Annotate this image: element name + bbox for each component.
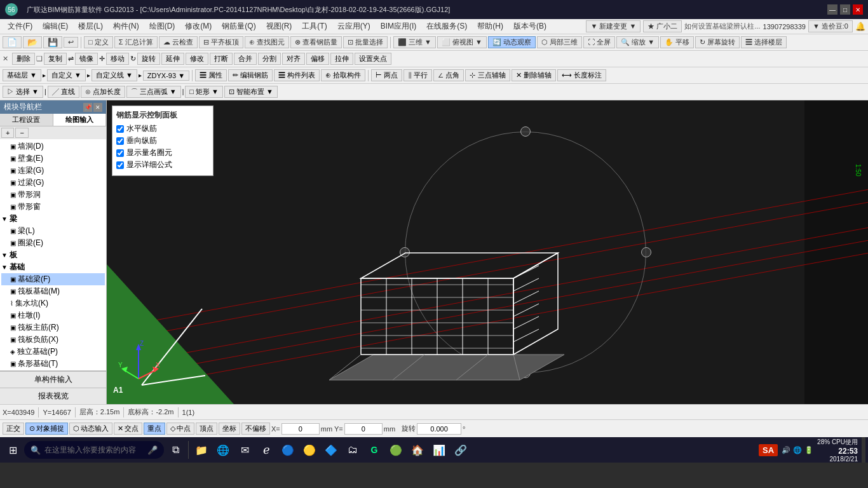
tree-item-独立基础_P_[interactable]: ◈独立基础(P) <box>1 346 105 358</box>
part-list-btn[interactable]: ☰ 构件列表 <box>274 69 320 81</box>
offset-btn[interactable]: 偏移 <box>306 53 329 65</box>
cross-btn[interactable]: ✕ 交点 <box>114 423 142 435</box>
extend-btn[interactable]: 延伸 <box>161 53 184 65</box>
tree-item-墙洞_D_[interactable]: ▣墙洞(D) <box>1 140 105 152</box>
smart-layout-btn[interactable]: ⊡ 智能布置 ▼ <box>224 86 278 98</box>
sidebar-close-btn[interactable]: ✕ <box>93 103 102 112</box>
tree-item-基础[interactable]: ▼基础 <box>1 261 105 273</box>
tab-drawing-input[interactable]: 绘图输入 <box>53 114 107 126</box>
sidebar-pin-btn[interactable]: 📌 <box>83 103 92 112</box>
menu-view[interactable]: 视图(R) <box>261 20 297 33</box>
taskbar-browser2[interactable]: 🟢 <box>386 440 406 460</box>
y-input[interactable] <box>344 423 383 435</box>
taskbar-link[interactable]: 🔗 <box>451 440 471 460</box>
del-axis-btn[interactable]: ✕ 删除辅轴 <box>512 69 556 81</box>
rectangle-btn[interactable]: □ 矩形 ▼ <box>185 86 223 98</box>
length-mark-btn[interactable]: ⟷ 长度标注 <box>557 69 606 81</box>
check-vertical[interactable] <box>116 137 124 145</box>
pull-btn[interactable]: 拉伸 <box>330 53 353 65</box>
mid-point-btn[interactable]: ◇ 中点 <box>166 423 194 435</box>
open-btn[interactable]: 📂 <box>23 36 42 48</box>
level-plate-btn[interactable]: ⊟ 平齐板顶 <box>199 36 243 48</box>
sidebar-remove-btn[interactable]: − <box>15 128 28 138</box>
menu-edit[interactable]: 编辑(E) <box>37 20 73 33</box>
code-btn[interactable]: ZDYX-93 ▼ <box>143 71 189 81</box>
menu-tools[interactable]: 工具(T) <box>297 20 332 33</box>
menu-modify[interactable]: 修改(M) <box>180 20 217 33</box>
select-layer-btn[interactable]: ☰ 选择楼层 <box>741 36 787 48</box>
line-btn[interactable]: ╱ 直线 <box>48 86 79 98</box>
three-arc-btn[interactable]: ⌒ 三点画弧 ▼ <box>126 86 181 98</box>
two-point-btn[interactable]: ⊢ 两点 <box>371 69 402 81</box>
menu-draw[interactable]: 绘图(D) <box>144 20 180 33</box>
angle-btn[interactable]: ∠ 点角 <box>433 69 464 81</box>
menu-member[interactable]: 构件(N) <box>108 20 144 33</box>
break-btn[interactable]: 打断 <box>210 53 233 65</box>
delete-btn[interactable]: 删除 <box>12 53 35 65</box>
taskbar-app2[interactable]: 📊 <box>429 440 449 460</box>
tree-item-带形洞[interactable]: ▣带形洞 <box>1 189 105 201</box>
select-tool-btn[interactable]: ▷ 选择 ▼ <box>3 86 43 98</box>
tree-item-基础梁_F_[interactable]: ▣基础梁(F) <box>1 273 105 285</box>
property-btn[interactable]: ☰ 属性 <box>195 69 227 81</box>
dynamic-input-btn[interactable]: ⬡ 动态输入 <box>69 423 112 435</box>
define-btn[interactable]: □ 定义 <box>84 36 113 48</box>
menu-help[interactable]: 帮助(H) <box>472 20 508 33</box>
canvas-area[interactable]: 钢筋显示控制面板 水平纵筋 垂向纵筋 显示量名圈元 显示详细公式 <box>107 100 868 404</box>
custom-btn[interactable]: 自定义 ▼ <box>47 69 86 81</box>
price-btn[interactable]: ▼ 造价豆:0 <box>808 20 853 32</box>
maximize-button[interactable]: □ <box>840 4 850 15</box>
move-btn[interactable]: 移动 <box>106 53 129 65</box>
edit-rebar-btn[interactable]: ✏ 编辑钢筋 <box>228 69 273 81</box>
menu-service[interactable]: 在线服务(S) <box>421 20 472 33</box>
x-input[interactable] <box>281 423 320 435</box>
vertex-btn[interactable]: 顶点 <box>196 423 217 435</box>
show-desktop-btn[interactable] <box>862 437 865 463</box>
tree-item-板[interactable]: ▼板 <box>1 249 105 261</box>
tree-item-带形窗[interactable]: ▣带形窗 <box>1 201 105 213</box>
save-btn[interactable]: 💾 <box>43 36 62 48</box>
menu-floor[interactable]: 楼层(L) <box>73 20 108 33</box>
tree-item-壁龛_E_[interactable]: ▣壁龛(E) <box>1 152 105 165</box>
sidebar-add-btn[interactable]: + <box>1 128 14 138</box>
cloud-check-btn[interactable]: ☁ 云检查 <box>159 36 198 48</box>
tree-item-柱墩_I_[interactable]: ▣柱墩(I) <box>1 309 105 322</box>
taskbar-mail[interactable]: ✉ <box>234 440 255 460</box>
taskbar-firefox[interactable]: 🔵 <box>278 440 298 460</box>
report-view-btn[interactable]: 报表视览 <box>0 388 106 404</box>
taskbar-game[interactable]: G <box>364 440 384 460</box>
dynamic-view-btn[interactable]: 🔄 动态观察 <box>488 36 536 48</box>
parallel-btn[interactable]: ∥ 平行 <box>403 69 432 81</box>
tree-item-梁[interactable]: ▼梁 <box>1 213 105 225</box>
sum-calc-btn[interactable]: Σ 汇总计算 <box>114 36 158 48</box>
single-part-input-btn[interactable]: 单构件输入 <box>0 371 106 388</box>
taskbar-app1[interactable]: 🏠 <box>407 440 428 460</box>
rotate-input[interactable] <box>417 423 461 435</box>
coord-btn[interactable]: 坐标 <box>219 423 240 435</box>
new-change-btn[interactable]: ▼ 新建变更 ▼ <box>586 20 641 32</box>
tree-item-条形基础_T_[interactable]: ▣条形基础(T) <box>1 358 105 370</box>
tab-project-settings[interactable]: 工程设置 <box>0 114 53 126</box>
find-origin-btn[interactable]: ⊕ 查找图元 <box>245 36 289 48</box>
copy-btn[interactable]: 复制 <box>44 53 67 65</box>
mirror-btn[interactable]: 镜像 <box>75 53 98 65</box>
batch-select-btn[interactable]: ⊡ 批量选择 <box>343 36 388 48</box>
taskbar-file-icon[interactable]: 📁 <box>191 440 212 460</box>
search-bar[interactable]: 🔍 🎤 <box>24 441 164 459</box>
taskbar-browser1[interactable]: 🌐 <box>213 440 233 460</box>
local-3d-btn[interactable]: ⬡ 局部三维 <box>537 36 582 48</box>
menu-bim[interactable]: BIM应用(I) <box>376 20 422 33</box>
start-button[interactable]: ⊞ <box>3 440 23 460</box>
screen-rotate-btn[interactable]: ↻ 屏幕旋转 <box>695 36 740 48</box>
taskbar-ie[interactable]: ℯ <box>256 440 276 460</box>
set-grip-btn[interactable]: 设置夹点 <box>355 53 391 65</box>
close-button[interactable]: ✕ <box>853 4 863 15</box>
search-input[interactable] <box>44 445 144 454</box>
custom-line-btn[interactable]: 自定义线 ▼ <box>92 69 137 81</box>
tree-item-筏板基础_M_[interactable]: ▣筏板基础(M) <box>1 285 105 297</box>
tree-item-梁_L_[interactable]: ▣梁(L) <box>1 225 105 237</box>
new-btn[interactable]: 📄 <box>3 36 22 48</box>
rotate-btn[interactable]: 旋转 <box>137 53 160 65</box>
top-view-btn[interactable]: ⬜ 俯视图 ▼ <box>437 36 487 48</box>
check-formula[interactable] <box>116 161 124 169</box>
